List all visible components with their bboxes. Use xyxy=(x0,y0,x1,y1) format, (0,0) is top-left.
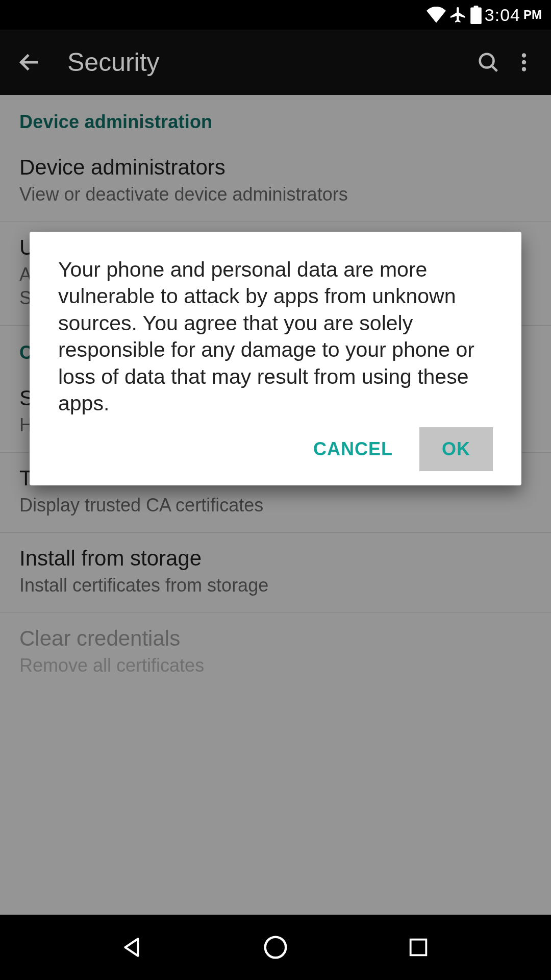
dialog-actions: CANCEL OK xyxy=(58,427,493,471)
airplane-icon xyxy=(449,6,467,24)
svg-rect-7 xyxy=(411,940,427,955)
dialog-message: Your phone and personal data are more vu… xyxy=(58,256,493,422)
back-button[interactable] xyxy=(14,47,45,78)
status-time: 3:04 xyxy=(485,5,520,25)
navigation-bar xyxy=(0,915,551,980)
svg-rect-1 xyxy=(473,6,478,8)
scrim[interactable] xyxy=(0,95,551,915)
nav-home-button[interactable] xyxy=(255,927,296,968)
ok-button[interactable]: OK xyxy=(419,427,493,471)
svg-rect-0 xyxy=(470,8,482,24)
svg-point-4 xyxy=(522,60,526,64)
nav-recent-button[interactable] xyxy=(398,927,439,968)
status-ampm: PM xyxy=(523,8,542,22)
search-button[interactable] xyxy=(470,44,506,80)
status-bar: 3:04 PM xyxy=(0,0,551,30)
svg-point-2 xyxy=(480,54,494,68)
nav-back-button[interactable] xyxy=(112,927,153,968)
svg-point-3 xyxy=(522,53,526,57)
wifi-icon xyxy=(427,7,446,23)
confirmation-dialog: Your phone and personal data are more vu… xyxy=(30,232,521,485)
overflow-button[interactable] xyxy=(506,44,542,80)
app-bar: Security xyxy=(0,30,551,95)
cancel-button[interactable]: CANCEL xyxy=(298,427,408,471)
svg-point-5 xyxy=(522,67,526,71)
battery-icon xyxy=(470,6,482,24)
page-title: Security xyxy=(67,47,470,77)
svg-point-6 xyxy=(265,937,286,958)
